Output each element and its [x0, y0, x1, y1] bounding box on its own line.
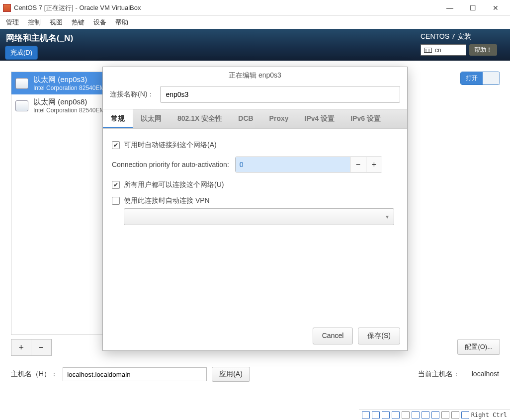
audio-icon[interactable] [382, 411, 390, 419]
priority-minus-button[interactable]: − [350, 157, 366, 172]
vb-statusbar: Right Ctrl [359, 409, 510, 420]
maximize-button[interactable]: ☐ [461, 0, 484, 15]
menu-item[interactable]: 管理 [6, 18, 19, 27]
apply-hostname-button[interactable]: 应用(A) [212, 367, 250, 382]
vpn-select[interactable]: ▾ [124, 208, 394, 225]
switch-knob [483, 72, 500, 84]
switch-on-label: 打开 [461, 72, 483, 84]
autovpn-checkbox[interactable] [112, 197, 120, 205]
installer-brand: CENTOS 7 安装 [421, 32, 505, 41]
close-button[interactable]: ✕ [484, 0, 507, 15]
nic-add-remove: + − [11, 339, 52, 356]
current-hostname-value: localhost [472, 370, 499, 379]
configure-button[interactable]: 配置(O)... [457, 339, 500, 355]
autoconnect-label: 可用时自动链接到这个网络(A) [124, 141, 217, 150]
menu-item[interactable]: 控制 [28, 18, 41, 27]
hostname-input[interactable] [63, 367, 207, 381]
keyboard-layout-indicator[interactable]: cn [421, 44, 466, 56]
current-hostname-label: 当前主机名： [418, 370, 460, 379]
priority-plus-button[interactable]: + [366, 157, 382, 172]
priority-label: Connection priority for auto-activation: [112, 161, 229, 168]
window-controls: — ☐ ✕ [438, 0, 507, 15]
nic-subtitle: Intel Corporation 82540EM G [33, 84, 111, 91]
hostname-label: 主机名（H）： [11, 370, 58, 379]
priority-spinbox: − + [235, 157, 382, 172]
anaconda-header: 网络和主机名(_N) 完成(D) CENTOS 7 安装 cn 帮助！ [0, 29, 510, 61]
tab-ethernet[interactable]: 以太网 [133, 109, 170, 128]
edit-connection-dialog: 正在编辑 enp0s3 连接名称(N)： 常规 以太网 802.1X 安全性 D… [102, 67, 408, 351]
hostkey-icon[interactable] [461, 411, 469, 419]
connection-name-label: 连接名称(N)： [110, 90, 154, 99]
chevron-down-icon: ▾ [386, 213, 389, 220]
nic-subtitle: Intel Corporation 82540EM G [33, 107, 111, 114]
page-title: 网络和主机名(_N) [6, 32, 421, 44]
display-icon[interactable] [422, 411, 429, 419]
menu-item[interactable]: 设备 [93, 18, 106, 27]
priority-input[interactable] [236, 157, 350, 172]
cpu-icon[interactable] [441, 411, 449, 419]
mouse-integration-icon[interactable] [451, 411, 459, 419]
recording-icon[interactable] [431, 411, 439, 419]
done-button[interactable]: 完成(D) [5, 46, 38, 60]
tab-8021x[interactable]: 802.1X 安全性 [170, 109, 230, 128]
dialog-title: 正在编辑 enp0s3 [103, 67, 407, 84]
shared-folder-icon[interactable] [412, 411, 420, 419]
vb-titlebar: CentOS 7 [正在运行] - Oracle VM VirtualBox —… [0, 0, 510, 16]
remove-nic-button[interactable]: − [31, 339, 51, 355]
hostkey-label: Right Ctrl [471, 412, 507, 419]
nic-name: 以太网 (enp0s8) [33, 97, 111, 107]
keyboard-icon [424, 48, 432, 53]
optical-icon[interactable] [372, 411, 380, 419]
vb-menubar: 管理 控制 视图 热键 设备 帮助 [0, 16, 510, 29]
tab-ipv6[interactable]: IPv6 设置 [342, 109, 389, 128]
autovpn-label: 使用此连接时自动连接 VPN [124, 196, 210, 205]
menu-item[interactable]: 视图 [50, 18, 63, 27]
network-spoke-body: 以太网 (enp0s3) Intel Corporation 82540EM G… [0, 61, 510, 402]
tab-ipv4[interactable]: IPv4 设置 [297, 109, 343, 128]
usb-icon[interactable] [402, 411, 410, 419]
add-nic-button[interactable]: + [11, 339, 31, 355]
network-icon[interactable] [392, 411, 400, 419]
virtualbox-icon [3, 4, 11, 12]
menu-item[interactable]: 热键 [72, 18, 85, 27]
menu-item[interactable]: 帮助 [115, 18, 128, 27]
save-button[interactable]: 保存(S) [358, 328, 400, 344]
hostname-row: 主机名（H）： 应用(A) [11, 367, 250, 382]
ethernet-icon [15, 100, 28, 111]
ime-label: cn [435, 47, 441, 54]
cancel-button[interactable]: Cancel [313, 328, 353, 344]
help-button[interactable]: 帮助！ [469, 44, 497, 56]
allusers-checkbox[interactable] [112, 181, 120, 189]
minimize-button[interactable]: — [438, 0, 461, 15]
current-hostname: 当前主机名： localhost [418, 370, 499, 379]
window-title: CentOS 7 [正在运行] - Oracle VM VirtualBox [14, 3, 141, 12]
connection-name-input[interactable] [160, 86, 400, 103]
tab-general[interactable]: 常规 [103, 109, 133, 128]
nic-name: 以太网 (enp0s3) [33, 75, 111, 84]
allusers-label: 所有用户都可以连接这个网络(U) [124, 180, 224, 189]
tab-dcb[interactable]: DCB [230, 109, 261, 128]
connection-switch[interactable]: 打开 [460, 72, 500, 85]
tab-proxy[interactable]: Proxy [261, 109, 297, 128]
autoconnect-checkbox[interactable] [112, 141, 120, 149]
dialog-tabs: 常规 以太网 802.1X 安全性 DCB Proxy IPv4 设置 IPv6… [103, 109, 407, 129]
disk-icon[interactable] [362, 411, 370, 419]
anaconda-installer: 网络和主机名(_N) 完成(D) CENTOS 7 安装 cn 帮助！ 以太网 … [0, 29, 510, 402]
ethernet-icon [15, 78, 28, 89]
